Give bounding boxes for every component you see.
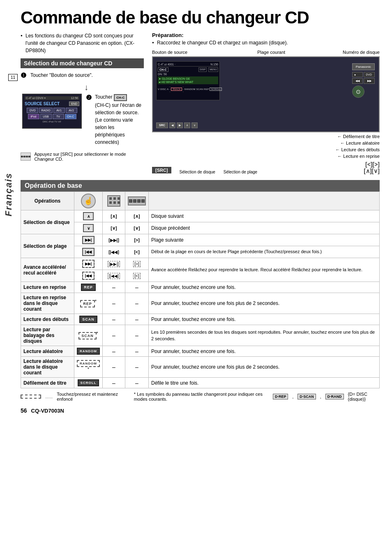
col-remote-icon bbox=[125, 192, 149, 210]
device-screen: C-4°.ui 4001 · N:156 CH-C DISP MENU DN: … bbox=[156, 61, 220, 100]
src-note: Appuyez sur [SRC] pour sélectionner le m… bbox=[34, 152, 144, 162]
avance-btn1-rev: |◀◀ bbox=[74, 270, 103, 282]
sel-plage-btn3-fwd: [>] bbox=[125, 234, 149, 246]
source-select-screen: C-4°.ui CDVII ≡ 12:56 SOURCE SELECT END … bbox=[22, 94, 82, 129]
defilement-titre-btn: SCROLL bbox=[74, 378, 103, 388]
avance-desc: Avance accélérée Relâchez pour reprendre… bbox=[149, 258, 380, 282]
lb-dash3: – bbox=[125, 325, 149, 346]
sel-disque-label: Sélection de disque bbox=[180, 170, 215, 174]
table-row: Lecture aléatoire dans le disque courant… bbox=[21, 357, 380, 378]
annotation-labels: ← Défilement de titre ← Lecture aléatoir… bbox=[152, 134, 380, 159]
lecture-aleatoire-btn: RANDOM bbox=[74, 346, 103, 357]
lecture-aleatoire-cell: Lecture aléatoire bbox=[21, 346, 74, 357]
footer-tag-rand: D·RAND bbox=[325, 394, 344, 399]
sel-disque-btn2-dn: [∨] bbox=[103, 222, 125, 234]
avance-btn3-rev: [<] bbox=[125, 270, 149, 282]
sel-plage-cell: Sélection de plage bbox=[21, 234, 74, 258]
table-row: Lecture aléatoire RANDOM – – Pour annule… bbox=[21, 346, 380, 357]
sel-disque-desc-up: Disque suivant bbox=[149, 210, 380, 222]
lad-desc: Pour annuler, touchez encore une fois pl… bbox=[149, 357, 380, 378]
chapter-number: 11 bbox=[8, 74, 18, 81]
ld-dash2: – bbox=[103, 314, 125, 325]
la-desc: Pour annuler, touchez encore une fois. bbox=[149, 346, 380, 357]
dt-dash3: – bbox=[125, 378, 149, 388]
bottom-diagram-labels: [SRC] Sélection de disque Sélection de p… bbox=[152, 161, 380, 174]
lecture-reprise-dash3: – bbox=[125, 282, 149, 293]
table-row: Avance accélérée/recul accéléré ▶▶| [▶▶|… bbox=[21, 258, 380, 270]
bouton-source-label: Bouton de source bbox=[152, 50, 187, 55]
plage-courante-label: Plage courant bbox=[257, 50, 285, 55]
op-table: Opérations ☝ bbox=[21, 192, 380, 388]
page-number: 56 bbox=[21, 407, 27, 414]
table-row: Lecture en reprise REP – – Pour annuler,… bbox=[21, 282, 380, 293]
lecture-reprise-btn: REP bbox=[74, 282, 103, 293]
sel-plage-btn3-rev: [<] bbox=[125, 246, 149, 258]
lad-btn: RANDOM* bbox=[74, 357, 103, 378]
sel-disque-btn1-up: ∧ bbox=[74, 210, 103, 222]
device-controls: Panasonic ● DVD ◀◀ ▶▶ ⊙ bbox=[352, 63, 375, 98]
device-bottom-buttons: SRC ◀ ▶ ∧ ∨ bbox=[156, 122, 198, 128]
lrd-dash2: – bbox=[103, 293, 125, 314]
page-title: Commande de base du changeur CD bbox=[21, 8, 380, 27]
lecture-aleatoire-disque-cell: Lecture aléatoire dans le disque courant bbox=[21, 357, 74, 378]
avance-btn1-fwd: ▶▶| bbox=[74, 258, 103, 270]
sel-plage-label: Sélection de plage bbox=[224, 170, 257, 174]
lecture-debuts-cell: Lecture des débuts bbox=[21, 314, 74, 325]
selection-mode-header: Sélection du mode changeur CD bbox=[21, 58, 144, 68]
lecture-reprise-cell: Lecture en reprise bbox=[21, 282, 74, 293]
avance-btn3-fwd: [>] bbox=[125, 258, 149, 270]
col-desc-header bbox=[149, 192, 380, 210]
step1-num: ❶ bbox=[21, 72, 27, 79]
lecture-reprise-disque-cell: Lecture en reprise dans le disque couran… bbox=[21, 293, 74, 314]
sel-plage-desc-fwd: Plage suivante bbox=[149, 234, 380, 246]
table-row: ∨ [∨] [∨] Disque précédent bbox=[21, 222, 380, 234]
sel-plage-btn1-rev: |◀◀ bbox=[74, 246, 103, 258]
sel-disque-btn3-up: [∧] bbox=[125, 210, 149, 222]
lad-dash3: – bbox=[125, 357, 149, 378]
step1-text: Toucher "Bouton de source". bbox=[30, 72, 93, 79]
table-row: Lecture par balayage des disques SCAN* –… bbox=[21, 325, 380, 346]
lecture-balayage-cell: Lecture par balayage des disques bbox=[21, 325, 74, 346]
sel-plage-btn2-rev: [|◀◀] bbox=[103, 246, 125, 258]
table-row: Lecture des débuts SCAN – – Pour annuler… bbox=[21, 314, 380, 325]
src-icon bbox=[21, 152, 31, 161]
la-dash2: – bbox=[103, 346, 125, 357]
lecture-balayage-btn: SCAN* bbox=[74, 325, 103, 346]
table-row: Défilement de titre SCROLL – – Défile le… bbox=[21, 378, 380, 388]
sel-disque-btn3-dn: [∨] bbox=[125, 222, 149, 234]
op-section-header: Opération de base bbox=[21, 180, 380, 192]
footer-note: ...... Touchez/pressez et maintenez enfo… bbox=[21, 392, 380, 402]
lad-dash2: – bbox=[103, 357, 125, 378]
prep-bullet: Raccordez le changeur CD et chargez un m… bbox=[152, 39, 380, 46]
prep-label: Préparation: bbox=[152, 32, 380, 38]
sel-plage-btn2-fwd: [▶▶|] bbox=[103, 234, 125, 246]
ld-desc: Pour annuler, touchez encore une fois. bbox=[149, 314, 380, 325]
joystick-labels: [<][>] [∧][∨] bbox=[364, 161, 380, 174]
footer-disc-note: {D= DISC (disque)} bbox=[348, 392, 380, 402]
footer-tag-scan: D·SCAN bbox=[297, 394, 316, 399]
table-row: Sélection de disque ∧ [∧] [∧] Disque sui… bbox=[21, 210, 380, 222]
la-dash3: – bbox=[125, 346, 149, 357]
sel-plage-btn1-fwd: ▶▶| bbox=[74, 234, 103, 246]
lrd-desc: Pour annuler, touchez encore une fois pl… bbox=[149, 293, 380, 314]
sel-plage-desc-rev: Début de la plage en cours de lecture Pl… bbox=[149, 246, 380, 258]
page-footer: 56 CQ-VD7003N bbox=[21, 407, 380, 414]
table-row: Sélection de plage ▶▶| [▶▶|] [>] Plage s… bbox=[21, 234, 380, 246]
step2-num: ❷ bbox=[86, 94, 92, 102]
src-box: [SRC] bbox=[152, 167, 171, 173]
step2-text-before: Toucher bbox=[95, 94, 113, 100]
lecture-reprise-disque-btn: REP* bbox=[74, 293, 103, 314]
lb-desc: Les 10 premières secondes de tous les di… bbox=[149, 325, 380, 346]
lecture-debuts-btn: SCAN bbox=[74, 314, 103, 325]
dt-dash2: – bbox=[103, 378, 125, 388]
defilement-titre-cell: Défilement de titre bbox=[21, 378, 74, 388]
sel-disque-btn2-up: [∧] bbox=[103, 210, 125, 222]
dt-desc: Défile le titre une fois. bbox=[149, 378, 380, 388]
lecture-reprise-dash2: – bbox=[103, 282, 125, 293]
col-ops-header: Opérations bbox=[21, 192, 74, 210]
ld-dash3: – bbox=[125, 314, 149, 325]
step2-text-after: (CH-C) sur l'écran de sélection de sourc… bbox=[95, 102, 144, 146]
lecture-reprise-desc: Pour annuler, touchez encore une fois. bbox=[149, 282, 380, 293]
sel-disque-cell: Sélection de disque bbox=[21, 210, 74, 234]
lb-dash2: – bbox=[103, 325, 125, 346]
